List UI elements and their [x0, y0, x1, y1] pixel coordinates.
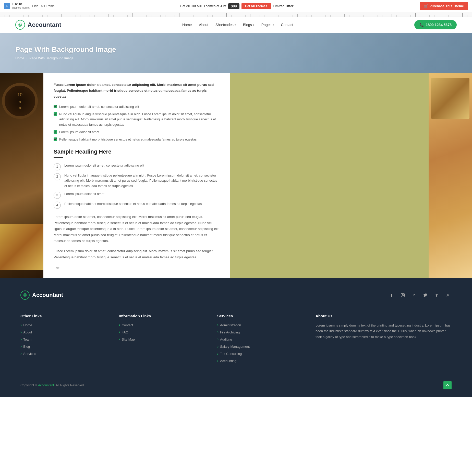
svg-rect-2: [401, 294, 404, 297]
service-file-archiving: File Archiving: [217, 330, 308, 334]
checkbox-label-1: Lorem ipsum dolor sit amet, consectetur …: [59, 104, 139, 110]
info-link-contact: Contact: [119, 323, 209, 327]
number-1: 1: [54, 163, 61, 170]
bg-left-bottom: [0, 224, 43, 270]
svg-point-5: [446, 296, 447, 297]
checkbox-2[interactable]: [54, 112, 57, 116]
numbered-item-1: 1 Lorem ipsum dolor sit amet, consectetu…: [54, 163, 220, 170]
footer-col-about: About Us Lorem ipsum is simply dummy tex…: [316, 314, 452, 366]
checkbox-label-4: Pellentesque habitant morbi tristique se…: [59, 137, 197, 142]
footer-col-info-links: Information Links Contact FAQ Site Map: [119, 314, 209, 366]
number-4: 4: [54, 202, 61, 209]
svg-point-4: [404, 294, 404, 294]
content-area: Fusce Lorem ipsum dolor sit amet, consec…: [43, 73, 429, 278]
info-links-heading: Information Links: [119, 314, 209, 318]
checkbox-3[interactable]: [54, 130, 57, 134]
footer: Accountant f in T Other Links Home About…: [0, 278, 472, 397]
bg-right: [429, 73, 472, 278]
phone-icon: 📞: [419, 23, 424, 27]
footer-brand: Accountant: [20, 291, 63, 300]
footer-bottom: Copyright © Accountant .All Rights Reser…: [20, 376, 452, 389]
phone-button[interactable]: 📞 1800 1234 5678: [414, 20, 457, 29]
body-paragraph-2: Fusce Lorem ipsum dolor sit amet, consec…: [54, 248, 220, 260]
other-links-heading: Other Links: [20, 314, 111, 318]
pages-dropdown-arrow: ▾: [273, 24, 274, 26]
nav-item-about[interactable]: About: [199, 23, 208, 27]
services-list: Administration File Archiving Auditing S…: [217, 323, 308, 363]
other-link-about: About: [20, 330, 111, 334]
clock-decoration: 10 9 8: [2, 83, 38, 119]
service-auditing: Auditing: [217, 337, 308, 342]
number-2: 2: [54, 173, 61, 180]
numbered-text-4: Pellentesque habitant morbi tristique se…: [64, 201, 202, 207]
brand-name: Accountant: [28, 21, 61, 28]
facebook-icon[interactable]: f: [388, 291, 395, 299]
service-tax-consulting: Tax Consulting: [217, 351, 308, 356]
footer-col-other-links: Other Links Home About Team Blog Service…: [20, 314, 111, 366]
numbered-text-1: Lorem ipsum dolor sit amet, consectetur …: [64, 163, 144, 168]
nav-brand: Accountant: [15, 20, 61, 30]
info-link-sitemap: Site Map: [119, 337, 209, 342]
checkbox-item-2: Nunc vel ligula in augue tristique pelle…: [54, 112, 220, 127]
instagram-icon[interactable]: [399, 291, 407, 299]
nav-item-shortcodes[interactable]: Shortcodes ▾: [215, 23, 236, 27]
numbered-text-3: Lorem ipsum dolor sit amet: [64, 191, 104, 197]
info-link-faq: FAQ: [119, 330, 209, 334]
scroll-top-button[interactable]: [443, 381, 452, 389]
nav-menu: Home About Shortcodes ▾ Blogs ▾ Pages ▾ …: [182, 23, 293, 27]
checkbox-4[interactable]: [54, 137, 57, 141]
breadcrumb-current: Page With Background Image: [29, 56, 74, 60]
footer-brand-link[interactable]: Accountant: [38, 384, 54, 387]
breadcrumb: Home › Page With Background Image: [15, 56, 457, 60]
top-bar: L LUZUK Themes Market Hide This Frame Ge…: [0, 0, 472, 12]
other-links-list: Home About Team Blog Services: [20, 323, 111, 356]
about-us-text: Lorem ipsum is simply dummy text of the …: [316, 323, 452, 340]
ruler: (function(){ const container = document.…: [0, 12, 472, 17]
hide-frame-button[interactable]: Hide This Frame: [32, 4, 54, 8]
bg-right-top: [431, 78, 469, 119]
tumblr-icon[interactable]: T: [433, 291, 440, 299]
bg-left: 10 9 8: [0, 73, 43, 278]
footer-social: f in T: [388, 291, 452, 299]
shortcodes-dropdown-arrow: ▾: [235, 24, 236, 26]
purchase-button[interactable]: 🛒 Purchase This Theme: [420, 2, 468, 10]
footer-brand-name: Accountant: [32, 292, 63, 298]
checkbox-1[interactable]: [54, 105, 57, 108]
footer-columns: Other Links Home About Team Blog Service…: [20, 314, 452, 366]
other-link-blog: Blog: [20, 344, 111, 349]
twitter-icon[interactable]: [421, 291, 429, 299]
blogs-dropdown-arrow: ▾: [253, 24, 254, 26]
footer-brand-icon: [20, 291, 30, 300]
luzuk-logo: L LUZUK Themes Market: [4, 3, 29, 9]
svg-point-1: [24, 295, 26, 296]
numbered-item-3: 3 Lorem ipsum dolor sit amet: [54, 191, 220, 199]
logo-text: LUZUK Themes Market: [12, 3, 29, 9]
sample-heading: Sample Heading Here: [54, 148, 220, 155]
numbered-list: 1 Lorem ipsum dolor sit amet, consectetu…: [54, 163, 220, 209]
linkedin-icon[interactable]: in: [410, 291, 418, 299]
svg-point-0: [19, 24, 21, 26]
rss-icon[interactable]: [444, 291, 452, 299]
about-us-heading: About Us: [316, 314, 452, 318]
breadcrumb-home[interactable]: Home: [15, 56, 24, 60]
nav-item-pages[interactable]: Pages ▾: [261, 23, 274, 27]
checkbox-item-4: Pellentesque habitant morbi tristique se…: [54, 137, 220, 142]
nav-item-contact[interactable]: Contact: [281, 23, 293, 27]
brand-icon: [15, 20, 25, 30]
footer-col-services: Services Administration File Archiving A…: [217, 314, 308, 366]
nav-item-home[interactable]: Home: [182, 23, 192, 27]
nav-item-blogs[interactable]: Blogs ▾: [243, 23, 254, 27]
edit-link[interactable]: Edit: [54, 266, 59, 270]
other-link-home: Home: [20, 323, 111, 327]
footer-top: Accountant f in T: [20, 291, 452, 306]
numbered-text-2: Nunc vel ligula in augue tristique pelle…: [64, 173, 220, 189]
get-all-button[interactable]: Get All Themes: [241, 3, 271, 9]
checkbox-label-2: Nunc vel ligula in augue tristique pelle…: [59, 112, 220, 127]
promo-text: Get All Our 50+ Themes at Just: [180, 4, 226, 8]
checkbox-item-3: Lorem ipsum dolor sit amet: [54, 130, 220, 135]
top-bar-center: Get All Our 50+ Themes at Just $99 Get A…: [180, 3, 295, 9]
numbered-item-2: 2 Nunc vel ligula in augue tristique pel…: [54, 173, 220, 189]
services-heading: Services: [217, 314, 308, 318]
intro-paragraph: Fusce Lorem ipsum dolor sit amet, consec…: [54, 82, 220, 100]
service-administration: Administration: [217, 323, 308, 327]
